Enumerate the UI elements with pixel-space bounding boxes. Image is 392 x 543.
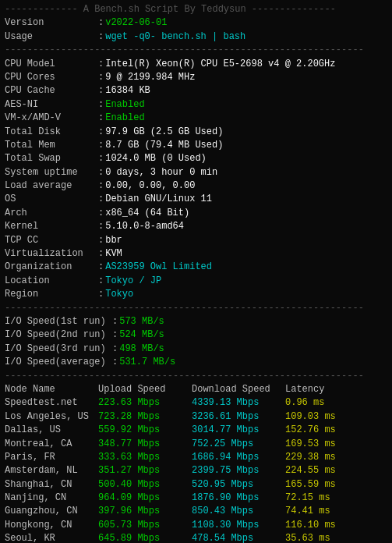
sysinfo-label: AES-NI — [5, 98, 98, 112]
io-row: I/O Speed(2nd run) : 524 MB/s — [5, 328, 387, 342]
sysinfo-row: AES-NI : Enabled — [5, 98, 387, 112]
network-latency: 35.63 ms — [285, 532, 330, 543]
sysinfo-value: 97.9 GB (2.5 GB Used) — [105, 126, 223, 139]
sysinfo-row: VM-x/AMD-V : Enabled — [5, 112, 387, 125]
sysinfo-row: System uptime : 0 days, 3 hour 0 min — [5, 166, 387, 179]
network-row: Seoul, KR645.89 Mbps478.54 Mbps35.63 ms — [5, 532, 387, 543]
io-label: I/O Speed(3rd run) — [5, 342, 112, 356]
sysinfo-row: Total Mem : 8.7 GB (79.4 MB Used) — [5, 139, 387, 152]
network-download: 2399.75 Mbps — [192, 464, 285, 477]
sysinfo-row: Arch : x86_64 (64 Bit) — [5, 207, 387, 220]
usage-value: wget -q0- bench.sh | bash — [105, 30, 245, 44]
sysinfo-row: Load average : 0.00, 0.00, 0.00 — [5, 179, 387, 193]
io-value: 498 MB/s — [119, 342, 164, 356]
network-upload: 500.40 Mbps — [98, 478, 192, 492]
network-upload: 223.63 Mbps — [98, 396, 192, 410]
sysinfo-value: 0.00, 0.00, 0.00 — [105, 179, 195, 193]
version-value: v2022-06-01 — [105, 16, 167, 30]
sysinfo-row: Organization : AS23959 Owl Limited — [5, 261, 387, 274]
io-label: I/O Speed(average) — [5, 356, 112, 369]
network-node: Los Angeles, US — [5, 410, 98, 424]
sysinfo-row: Total Disk : 97.9 GB (2.5 GB Used) — [5, 126, 387, 139]
sysinfo-value: Debian GNU/Linux 11 — [105, 193, 212, 206]
sysinfo-value: Enabled — [105, 112, 144, 125]
network-header-row: Node Name Upload Speed Download Speed La… — [5, 383, 387, 396]
network-node: Paris, FR — [5, 451, 98, 464]
network-row: Los Angeles, US723.28 Mbps3236.61 Mbps10… — [5, 410, 387, 424]
sysinfo-value: KVM — [105, 247, 122, 261]
network-download: 3014.77 Mbps — [192, 424, 285, 437]
network-node: Nanjing, CN — [5, 492, 98, 505]
sysinfo-value: Enabled — [105, 98, 144, 112]
sysinfo-row: Total Swap : 1024.0 MB (0 Used) — [5, 152, 387, 165]
network-node: Seoul, KR — [5, 532, 98, 543]
network-download: 1876.90 Mbps — [192, 492, 285, 505]
network-divider: ----------------------------------------… — [5, 370, 387, 383]
network-download: 3236.61 Mbps — [192, 410, 285, 424]
network-row: Speedtest.net223.63 Mbps4339.13 Mbps0.96… — [5, 396, 387, 410]
network-download: 752.25 Mbps — [192, 438, 285, 451]
sysinfo-label: CPU Cache — [5, 84, 98, 98]
sysinfo-row: CPU Cache : 16384 KB — [5, 84, 387, 98]
sysinfo-row: CPU Cores : 9 @ 2199.984 MHz — [5, 71, 387, 84]
sysinfo-value: Intel(R) Xeon(R) CPU E5-2698 v4 @ 2.20GH… — [105, 58, 335, 71]
sysinfo-row: Location : Tokyo / JP — [5, 275, 387, 288]
network-latency: 165.59 ms — [285, 478, 336, 492]
sysinfo-value: AS23959 Owl Limited — [105, 261, 212, 274]
network-latency: 74.41 ms — [285, 505, 330, 518]
network-node: Dallas, US — [5, 424, 98, 437]
network-row: Shanghai, CN500.40 Mbps520.95 Mbps165.59… — [5, 478, 387, 492]
sysinfo-label: Organization — [5, 261, 98, 274]
network-latency: 169.53 ms — [285, 438, 336, 451]
sysinfo-label: CPU Model — [5, 58, 98, 71]
network-upload: 333.63 Mbps — [98, 451, 192, 464]
network-upload: 605.73 Mbps — [98, 519, 192, 532]
network-node: Hongkong, CN — [5, 519, 98, 532]
network-download: 1108.30 Mbps — [192, 519, 285, 532]
version-label: Version — [5, 16, 98, 30]
sysinfo-label: Location — [5, 275, 98, 288]
col-header-download: Download Speed — [192, 383, 285, 396]
io-value: 524 MB/s — [119, 328, 164, 342]
sysinfo-value: x86_64 (64 Bit) — [105, 207, 189, 220]
sysinfo-label: Virtualization — [5, 247, 98, 261]
sysinfo-row: CPU Model : Intel(R) Xeon(R) CPU E5-2698… — [5, 58, 387, 71]
network-download: 4339.13 Mbps — [192, 396, 285, 410]
network-latency: 72.15 ms — [285, 492, 330, 505]
io-label: I/O Speed(1st run) — [5, 315, 112, 328]
io-row: I/O Speed(3rd run) : 498 MB/s — [5, 342, 387, 356]
sysinfo-label: CPU Cores — [5, 71, 98, 84]
network-row: Dallas, US559.92 Mbps3014.77 Mbps152.76 … — [5, 424, 387, 437]
network-latency: 0.96 ms — [285, 396, 324, 410]
network-latency: 116.10 ms — [285, 519, 336, 532]
network-latency: 229.38 ms — [285, 451, 336, 464]
col-header-node: Node Name — [5, 383, 98, 396]
io-divider: ----------------------------------------… — [5, 302, 387, 315]
network-upload: 397.96 Mbps — [98, 505, 192, 518]
sysinfo-divider: ----------------------------------------… — [5, 44, 387, 57]
sysinfo-label: Total Mem — [5, 139, 98, 152]
sysinfo-row: OS : Debian GNU/Linux 11 — [5, 193, 387, 206]
network-node: Montreal, CA — [5, 438, 98, 451]
col-header-upload: Upload Speed — [98, 383, 192, 396]
network-upload: 351.27 Mbps — [98, 464, 192, 477]
network-node: Shanghai, CN — [5, 478, 98, 492]
io-row: I/O Speed(average) : 531.7 MB/s — [5, 356, 387, 369]
usage-label: Usage — [5, 30, 98, 44]
network-node: Guangzhou, CN — [5, 505, 98, 518]
network-row: Montreal, CA348.77 Mbps752.25 Mbps169.53… — [5, 438, 387, 451]
sysinfo-label: Arch — [5, 207, 98, 220]
network-section: Speedtest.net223.63 Mbps4339.13 Mbps0.96… — [5, 396, 387, 543]
network-latency: 109.03 ms — [285, 410, 336, 424]
usage-row: Usage : wget -q0- bench.sh | bash — [5, 30, 387, 44]
network-node: Speedtest.net — [5, 396, 98, 410]
sysinfo-value: 1024.0 MB (0 Used) — [105, 152, 207, 165]
sysinfo-label: Region — [5, 288, 98, 301]
network-node: Amsterdam, NL — [5, 464, 98, 477]
sysinfo-label: Load average — [5, 179, 98, 193]
sysinfo-label: OS — [5, 193, 98, 206]
network-row: Nanjing, CN964.09 Mbps1876.90 Mbps72.15 … — [5, 492, 387, 505]
network-row: Amsterdam, NL351.27 Mbps2399.75 Mbps224.… — [5, 464, 387, 477]
io-row: I/O Speed(1st run) : 573 MB/s — [5, 315, 387, 328]
sysinfo-label: VM-x/AMD-V — [5, 112, 98, 125]
